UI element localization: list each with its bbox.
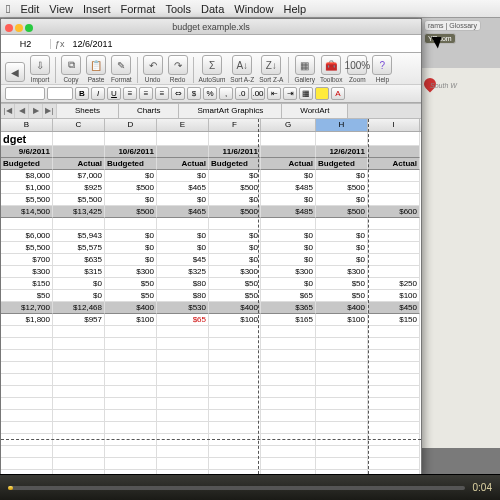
cell[interactable] — [157, 338, 209, 350]
cell[interactable] — [209, 132, 261, 146]
cell[interactable]: $0 — [105, 194, 157, 206]
align-center-button[interactable]: ≡ — [139, 87, 153, 100]
cell[interactable]: $0 — [105, 254, 157, 266]
underline-button[interactable]: U — [107, 87, 121, 100]
cell[interactable]: $150 — [1, 278, 53, 290]
cell[interactable] — [368, 362, 420, 374]
cell[interactable] — [368, 446, 420, 458]
cell[interactable] — [105, 434, 157, 446]
table-row[interactable] — [1, 386, 421, 398]
col-g[interactable]: G — [261, 119, 316, 131]
cell[interactable]: $325 — [157, 266, 209, 278]
cell[interactable]: $300 — [1, 266, 53, 278]
cell[interactable]: 9/6/2011 — [1, 146, 53, 158]
cell[interactable]: $0 — [316, 194, 368, 206]
table-row[interactable]: $5,500$5,500$0$0$0$0$0 — [1, 194, 421, 206]
cell[interactable]: $65 — [157, 314, 209, 326]
cell[interactable] — [316, 458, 368, 470]
cell[interactable]: $7,000 — [53, 170, 105, 182]
tab-smartart[interactable]: SmartArt Graphics — [179, 104, 282, 118]
zoom-icon[interactable] — [25, 24, 33, 32]
cell[interactable]: $12,468 — [53, 302, 105, 314]
cell[interactable]: $635 — [53, 254, 105, 266]
cell[interactable] — [1, 350, 53, 362]
cell[interactable] — [209, 350, 261, 362]
cell[interactable]: $65 — [261, 290, 316, 302]
cell[interactable] — [209, 446, 261, 458]
table-row[interactable] — [1, 362, 421, 374]
cell[interactable] — [1, 422, 53, 434]
table-row[interactable] — [1, 458, 421, 470]
cell[interactable] — [368, 266, 420, 278]
cell[interactable] — [105, 338, 157, 350]
menu-window[interactable]: Window — [234, 3, 273, 15]
cell[interactable] — [53, 374, 105, 386]
table-row[interactable] — [1, 398, 421, 410]
menu-data[interactable]: Data — [201, 3, 224, 15]
cell[interactable] — [261, 218, 316, 230]
cell[interactable] — [105, 446, 157, 458]
dec-inc-button[interactable]: .0 — [235, 87, 249, 100]
cell[interactable]: $0 — [316, 254, 368, 266]
cell[interactable]: $0 — [105, 230, 157, 242]
cell[interactable]: $500 — [209, 182, 261, 194]
cell[interactable] — [368, 254, 420, 266]
cell[interactable]: $0 — [261, 230, 316, 242]
cell[interactable] — [1, 362, 53, 374]
cell[interactable] — [1, 434, 53, 446]
cell[interactable]: $150 — [368, 314, 420, 326]
cell[interactable]: $0 — [105, 170, 157, 182]
cell[interactable] — [105, 398, 157, 410]
tab-wordart[interactable]: WordArt — [282, 104, 348, 118]
table-row[interactable]: $8,000$7,000$0$0$0$0$0 — [1, 170, 421, 182]
table-row[interactable]: 9/6/201110/6/201111/6/201112/6/2011 — [1, 146, 421, 158]
cell[interactable]: $100 — [316, 314, 368, 326]
cell[interactable]: $600 — [368, 206, 420, 218]
cell[interactable] — [261, 398, 316, 410]
table-row[interactable]: $50$0$50$80$50$65$50$100 — [1, 290, 421, 302]
cell[interactable] — [316, 374, 368, 386]
menu-view[interactable]: View — [49, 3, 73, 15]
borders-button[interactable]: ▦ — [299, 87, 313, 100]
cell[interactable]: $0 — [261, 170, 316, 182]
menu-edit[interactable]: Edit — [20, 3, 39, 15]
col-h[interactable]: H — [316, 119, 368, 131]
cell[interactable] — [1, 338, 53, 350]
cell[interactable]: $50 — [316, 290, 368, 302]
col-i[interactable]: I — [368, 119, 420, 131]
table-row[interactable]: $5,500$5,575$0$0$0$0$0 — [1, 242, 421, 254]
cell[interactable] — [209, 422, 261, 434]
cell[interactable] — [316, 132, 368, 146]
cell[interactable]: $925 — [53, 182, 105, 194]
table-row[interactable] — [1, 422, 421, 434]
video-scrubber[interactable] — [8, 486, 465, 490]
table-row[interactable]: $12,700$12,468$400$530$400$365$400$450 — [1, 302, 421, 314]
cell[interactable]: $300 — [209, 266, 261, 278]
cell[interactable] — [316, 386, 368, 398]
cell[interactable]: $5,500 — [1, 194, 53, 206]
tabnav-first[interactable]: |◀ — [1, 104, 15, 118]
cell[interactable] — [261, 446, 316, 458]
cell[interactable] — [157, 458, 209, 470]
cell[interactable] — [157, 446, 209, 458]
cell[interactable]: $5,500 — [1, 242, 53, 254]
cell[interactable] — [1, 374, 53, 386]
cell[interactable] — [53, 146, 105, 158]
cell[interactable]: $400 — [209, 302, 261, 314]
cell[interactable]: $300 — [105, 266, 157, 278]
cell[interactable]: 11/6/2011 — [209, 146, 261, 158]
cell[interactable] — [368, 434, 420, 446]
tab-sheets[interactable]: Sheets — [57, 104, 119, 118]
apple-icon[interactable]:  — [6, 2, 10, 16]
cell[interactable]: $50 — [105, 290, 157, 302]
cell[interactable] — [368, 132, 420, 146]
cell[interactable] — [209, 386, 261, 398]
table-row[interactable] — [1, 326, 421, 338]
cell[interactable]: $485 — [261, 182, 316, 194]
cell[interactable] — [316, 434, 368, 446]
italic-button[interactable]: I — [91, 87, 105, 100]
indent-left-button[interactable]: ⇤ — [267, 87, 281, 100]
paste-button[interactable]: 📋Paste — [84, 55, 108, 83]
cell[interactable] — [53, 398, 105, 410]
cell[interactable] — [1, 386, 53, 398]
